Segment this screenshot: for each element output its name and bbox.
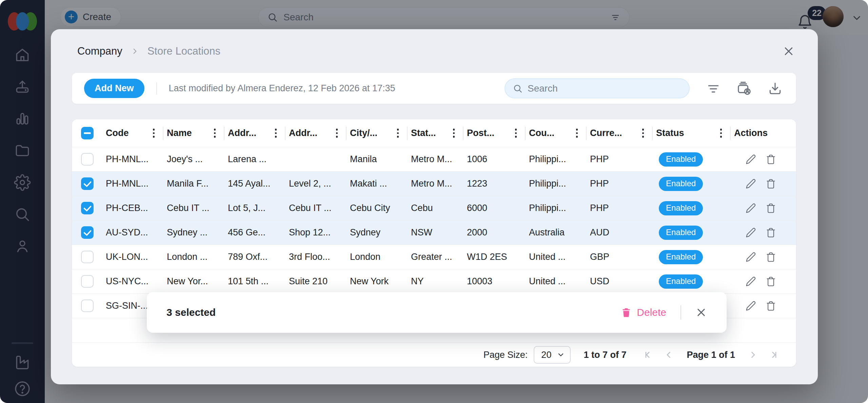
edit-button[interactable] — [746, 276, 756, 287]
column-menu-icon[interactable] — [396, 127, 400, 139]
cell-name: Manila F... — [163, 172, 224, 196]
cell-currency: PHP — [587, 172, 653, 196]
trash-icon — [766, 203, 776, 213]
add-new-button[interactable]: Add New — [84, 79, 144, 98]
cell-code: PH-MNL... — [102, 172, 163, 196]
status-badge: Enabled — [659, 201, 703, 215]
column-menu-icon[interactable] — [152, 127, 156, 139]
row-checkbox[interactable] — [81, 202, 94, 214]
edit-button[interactable] — [746, 252, 756, 262]
toolbar-divider — [156, 82, 157, 95]
column-header[interactable]: City/... — [347, 119, 408, 147]
cell-address2: Suite 210 — [285, 269, 347, 293]
table-row[interactable]: US-NYC... New Yor... 101 5th ... Suite 2… — [72, 269, 796, 293]
edit-button[interactable] — [746, 154, 756, 165]
edit-button[interactable] — [746, 178, 756, 189]
delete-button[interactable] — [766, 178, 776, 189]
column-header-label: Curre... — [590, 128, 622, 138]
delete-button[interactable] — [766, 227, 776, 238]
table-toolbar: Add New Last modified by Almera Enderez,… — [72, 73, 796, 104]
cell-country: United ... — [526, 245, 587, 269]
cell-address2: Cebu IT ... — [285, 196, 347, 220]
column-menu-icon[interactable] — [213, 127, 217, 139]
first-page-button[interactable] — [638, 350, 659, 360]
row-checkbox[interactable] — [81, 251, 94, 263]
close-icon — [783, 45, 795, 57]
previous-page-button[interactable] — [659, 350, 679, 360]
cell-postal: 1006 — [463, 147, 526, 171]
column-header[interactable]: Curre... — [587, 119, 653, 147]
column-header-label: Actions — [734, 128, 768, 138]
last-page-button[interactable] — [763, 350, 783, 360]
page-indicator-text: Page 1 of 1 — [687, 350, 735, 360]
modal-close-button[interactable] — [781, 44, 796, 59]
column-header[interactable]: Actions — [731, 119, 796, 147]
cell-postal: W1D 2ES — [463, 245, 526, 269]
table-row[interactable]: PH-MNL... Manila F... 145 Ayal... Level … — [72, 171, 796, 196]
delete-button[interactable] — [766, 276, 776, 287]
cell-address2: Level 2, ... — [285, 172, 347, 196]
download-icon[interactable] — [768, 81, 783, 96]
edit-button[interactable] — [746, 301, 756, 311]
row-checkbox[interactable] — [81, 226, 94, 239]
delete-selected-button[interactable]: Delete — [621, 307, 666, 318]
cell-address1: 101 5th ... — [224, 269, 285, 293]
column-header[interactable]: Stat... — [408, 119, 463, 147]
records-user-icon[interactable] — [736, 81, 752, 96]
pencil-icon — [746, 154, 756, 165]
edit-button[interactable] — [746, 203, 756, 213]
delete-button[interactable] — [766, 301, 776, 311]
pencil-icon — [746, 203, 756, 213]
column-menu-icon[interactable] — [452, 127, 456, 139]
filter-icon[interactable] — [706, 81, 721, 96]
table-row[interactable]: AU-SYD... Sydney ... 456 Ge... Shop 12..… — [72, 220, 796, 245]
cell-address2: 3rd Floo... — [285, 245, 347, 269]
row-checkbox[interactable] — [81, 177, 94, 190]
delete-button-label: Delete — [637, 307, 666, 318]
cell-city: New York — [347, 269, 408, 293]
row-checkbox[interactable] — [81, 153, 94, 166]
column-menu-icon[interactable] — [335, 127, 339, 139]
column-header-label: Addr... — [289, 128, 317, 138]
column-menu-icon[interactable] — [575, 127, 579, 139]
delete-button[interactable] — [766, 252, 776, 262]
delete-button[interactable] — [766, 203, 776, 213]
column-header[interactable]: Addr... — [224, 119, 285, 147]
column-header-label: Status — [656, 128, 684, 138]
column-menu-icon[interactable] — [274, 127, 278, 139]
table-search[interactable] — [505, 78, 690, 98]
breadcrumb-parent[interactable]: Company — [77, 45, 122, 57]
row-checkbox[interactable] — [81, 300, 94, 312]
column-header[interactable]: Code — [102, 119, 163, 147]
close-icon — [695, 307, 707, 318]
column-menu-icon[interactable] — [719, 127, 724, 139]
page-size-select[interactable]: 20 — [534, 346, 571, 364]
table-search-input[interactable] — [528, 83, 682, 94]
clear-selection-button[interactable] — [695, 307, 707, 318]
cell-code: US-NYC... — [102, 269, 163, 293]
row-checkbox[interactable] — [81, 275, 94, 288]
cell-postal: 1223 — [463, 172, 526, 196]
column-header[interactable]: Addr... — [285, 119, 347, 147]
column-header[interactable]: Cou... — [526, 119, 587, 147]
column-header[interactable]: Name — [163, 119, 224, 147]
column-header[interactable]: Post... — [463, 119, 526, 147]
select-all-checkbox[interactable] — [81, 127, 94, 139]
trash-icon — [766, 227, 776, 238]
cell-country: United ... — [526, 269, 587, 293]
pencil-icon — [746, 252, 756, 262]
edit-button[interactable] — [746, 227, 756, 238]
cell-address1: 456 Ge... — [224, 220, 285, 245]
cell-state: Cebu — [408, 196, 463, 220]
column-header[interactable]: Status — [653, 119, 731, 147]
table-row[interactable]: PH-MNL... Joey's ... Larena ... Manila M… — [72, 147, 796, 171]
delete-button[interactable] — [766, 154, 776, 165]
table-row[interactable]: UK-LON... London ... 789 Oxf... 3rd Floo… — [72, 245, 796, 269]
cell-state: Greater ... — [408, 245, 463, 269]
column-menu-icon[interactable] — [514, 127, 518, 139]
table-row[interactable]: PH-CEB... Cebu IT ... Lot 5, J... Cebu I… — [72, 196, 796, 220]
cell-city: London — [347, 245, 408, 269]
trash-icon — [766, 252, 776, 262]
next-page-button[interactable] — [743, 350, 763, 360]
column-menu-icon[interactable] — [641, 127, 646, 139]
